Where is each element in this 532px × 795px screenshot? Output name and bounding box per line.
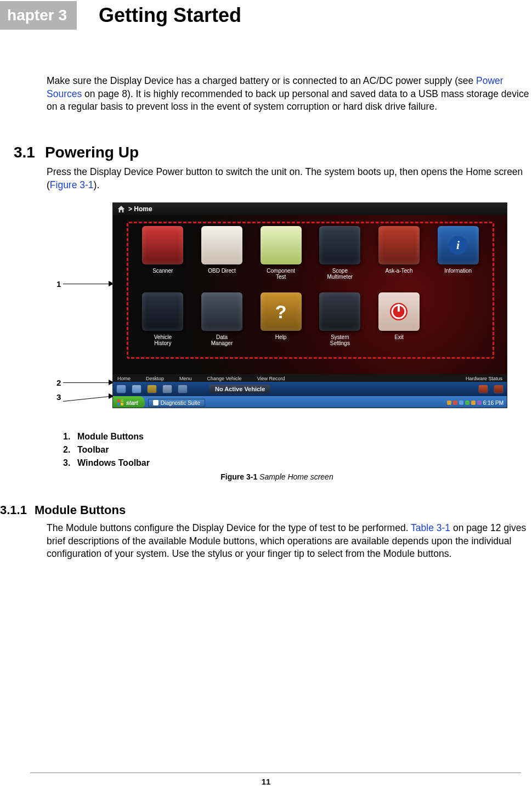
- hardware-status-icon-1: [478, 385, 488, 393]
- svg-rect-5: [117, 403, 120, 405]
- figure-caption: Figure 3-1 Sample Home screen: [47, 472, 507, 481]
- module-vehicle-history[interactable]: Vehicle History: [135, 292, 191, 356]
- toolbar-change-vehicle[interactable]: Change Vehicle: [207, 376, 242, 381]
- heading-3-1-num: 3.1: [14, 144, 35, 161]
- toolbar-desktop[interactable]: Desktop: [146, 376, 164, 381]
- module-help[interactable]: ?Help: [253, 292, 309, 356]
- callout-1-line: [63, 284, 109, 284]
- module-scope-multimeter-label: Scope Multimeter: [327, 268, 353, 280]
- figure-caption-bold: Figure 3-1: [220, 472, 257, 481]
- module-exit-label: Exit: [394, 334, 404, 340]
- figure-legend: 1.Module Buttons 2.Toolbar 3.Windows Too…: [63, 432, 529, 468]
- figure-3-1: 1 2 3 > Home ScannerOBD DirectComponent …: [47, 202, 529, 422]
- windows-taskbar: start Diagnostic Suite 6:16 PM: [113, 396, 507, 408]
- legend-label-3: Windows Toolbar: [77, 458, 150, 467]
- module-system-settings[interactable]: System Settings: [312, 292, 368, 356]
- tray-icon[interactable]: [459, 401, 463, 405]
- svg-rect-4: [121, 399, 123, 402]
- module-information-icon: i: [438, 226, 479, 264]
- footer-divider: [30, 773, 521, 773]
- s31-before: Press the Display Device Power button to…: [47, 166, 523, 190]
- module-system-settings-label: System Settings: [330, 334, 350, 346]
- module-information[interactable]: iInformation: [430, 226, 486, 289]
- legend-num-1: 1.: [63, 432, 77, 442]
- section-3-1-body: Press the Display Device Power button to…: [47, 166, 529, 191]
- tray-icon[interactable]: [465, 401, 469, 405]
- chapter-title: Getting Started: [99, 4, 241, 27]
- module-exit[interactable]: Exit: [371, 292, 427, 356]
- chapter-tab: hapter 3: [0, 1, 77, 30]
- taskbar-item-diagnostic-suite[interactable]: Diagnostic Suite: [148, 399, 205, 407]
- module-vehicle-history-icon: [142, 292, 183, 331]
- section-3-1-1-body: The Module buttons configure the Display…: [47, 522, 529, 561]
- module-information-label: Information: [444, 268, 472, 274]
- legend-num-2: 2.: [63, 445, 77, 455]
- toolbar-hardware-status: Hardware Status: [466, 376, 502, 381]
- module-ask-a-tech[interactable]: Ask-a-Tech: [371, 226, 427, 289]
- figure-caption-italic: Sample Home screen: [257, 472, 333, 481]
- svg-rect-2: [398, 304, 400, 312]
- callout-3: 3: [56, 392, 61, 402]
- module-component-test[interactable]: Component Test: [253, 226, 309, 289]
- home-screen-screenshot: > Home ScannerOBD DirectComponent TestSc…: [112, 202, 507, 408]
- status-desktop-icon[interactable]: [132, 385, 142, 393]
- tray-icon[interactable]: [453, 401, 457, 405]
- tray-icon[interactable]: [477, 401, 482, 405]
- module-obd-direct[interactable]: OBD Direct: [194, 226, 250, 289]
- module-ask-a-tech-icon: [378, 226, 420, 264]
- s311-before: The Module buttons configure the Display…: [47, 522, 411, 533]
- legend-label-1: Module Buttons: [77, 432, 144, 441]
- s31-after: ).: [94, 179, 100, 190]
- app-toolbar: Home Desktop Menu Change Vehicle View Re…: [113, 374, 507, 382]
- heading-3-1-1: 3.1.1 Module Buttons: [0, 503, 529, 517]
- hardware-status-icon-2: [494, 385, 503, 393]
- legend-label-2: Toolbar: [77, 445, 109, 454]
- callout-2-line: [63, 382, 109, 383]
- link-figure-3-1[interactable]: Figure 3-1: [50, 179, 94, 190]
- start-label: start: [126, 400, 138, 406]
- heading-3-1-1-title: Module Buttons: [35, 503, 126, 517]
- module-data-manager-icon: [201, 292, 242, 331]
- status-home-icon[interactable]: [116, 385, 126, 393]
- module-component-test-label: Component Test: [267, 268, 295, 280]
- no-active-vehicle-label: No Active Vehicle: [210, 385, 270, 393]
- module-exit-icon: [378, 292, 420, 331]
- intro-before: Make sure the Display Device has a charg…: [47, 75, 476, 86]
- app-icon: [153, 400, 159, 405]
- breadcrumb: > Home: [128, 205, 152, 213]
- toolbar-home[interactable]: Home: [117, 376, 131, 381]
- module-obd-direct-label: OBD Direct: [208, 268, 236, 274]
- link-table-3-1[interactable]: Table 3-1: [411, 522, 450, 533]
- callout-2: 2: [56, 378, 61, 387]
- status-vehicle-icon[interactable]: [162, 385, 172, 393]
- svg-rect-6: [121, 403, 123, 405]
- status-record-icon[interactable]: [178, 385, 188, 393]
- home-icon: [117, 205, 125, 213]
- module-scanner[interactable]: Scanner: [135, 226, 191, 289]
- module-system-settings-icon: [319, 292, 360, 331]
- screenshot-header: > Home: [113, 203, 507, 215]
- module-help-label: Help: [275, 334, 287, 340]
- toolbar-view-record[interactable]: View Record: [257, 376, 285, 381]
- callout-3-line: [63, 396, 109, 402]
- start-button[interactable]: start: [113, 396, 145, 408]
- page-number: 11: [0, 777, 532, 786]
- legend-num-3: 3.: [63, 458, 77, 468]
- heading-3-1-1-num: 3.1.1: [0, 503, 27, 517]
- callout-1: 1: [56, 279, 61, 289]
- tray-icon[interactable]: [447, 401, 451, 405]
- app-statusbar: No Active Vehicle: [113, 382, 507, 396]
- module-obd-direct-icon: [201, 226, 242, 264]
- module-scope-multimeter-icon: [319, 226, 360, 264]
- toolbar-menu[interactable]: Menu: [179, 376, 192, 381]
- module-vehicle-history-label: Vehicle History: [154, 334, 172, 346]
- intro-paragraph: Make sure the Display Device has a charg…: [47, 75, 529, 114]
- tray-icon[interactable]: [471, 401, 476, 405]
- module-data-manager[interactable]: Data Manager: [194, 292, 250, 356]
- heading-3-1-title: Powering Up: [45, 144, 139, 161]
- module-scanner-label: Scanner: [152, 268, 173, 274]
- module-data-manager-label: Data Manager: [211, 334, 233, 346]
- module-scope-multimeter[interactable]: Scope Multimeter: [312, 226, 368, 289]
- status-menu-icon[interactable]: [147, 385, 157, 393]
- taskbar-item-label: Diagnostic Suite: [161, 400, 200, 406]
